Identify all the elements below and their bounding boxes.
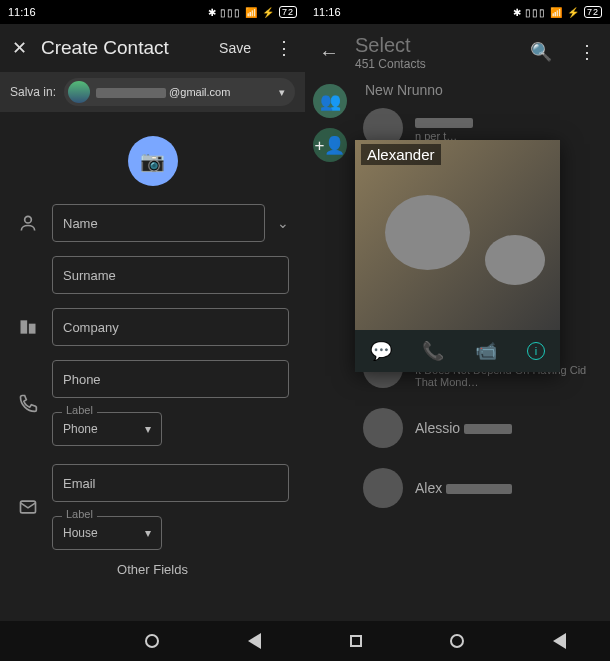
save-button[interactable]: Save bbox=[219, 40, 251, 56]
contact-list: 👥 +👤 New Nrunno n per t… Alexander Avail… bbox=[305, 80, 610, 621]
svg-point-0 bbox=[25, 216, 32, 223]
person-icon bbox=[16, 213, 40, 233]
person-add-icon: +👤 bbox=[315, 135, 346, 156]
svg-rect-2 bbox=[29, 324, 36, 334]
contact-preview-popup: Alexander 💬 📞 📹 i bbox=[355, 140, 560, 372]
dropdown-icon: ▾ bbox=[145, 526, 151, 540]
popup-contact-name: Alexander bbox=[361, 144, 441, 165]
status-time: 11:16 bbox=[8, 6, 36, 18]
camera-icon: 📷 bbox=[140, 149, 165, 173]
phone-field[interactable]: Phone bbox=[52, 360, 289, 398]
status-time: 11:16 bbox=[313, 6, 341, 18]
surname-field[interactable]: Surname bbox=[52, 256, 289, 294]
company-field[interactable]: Company bbox=[52, 308, 289, 346]
popup-action-bar: 💬 📞 📹 i bbox=[355, 330, 560, 372]
save-in-label: Salva in: bbox=[10, 85, 56, 99]
info-icon[interactable]: i bbox=[527, 342, 545, 360]
create-contact-screen: 11:16 ✱ ▯▯▯ 📶 ⚡ 72 ✕ Create Contact Save… bbox=[0, 0, 305, 661]
dropdown-icon: ▾ bbox=[145, 422, 151, 436]
nav-home-button[interactable] bbox=[141, 630, 163, 652]
photo-section: 📷 bbox=[0, 112, 305, 204]
building-icon bbox=[16, 317, 40, 337]
contact-form: Name ⌄ Surname Company Phone bbox=[0, 204, 305, 621]
email-label-caption: Label bbox=[62, 508, 97, 520]
expand-name-icon[interactable]: ⌄ bbox=[277, 215, 289, 231]
svg-rect-1 bbox=[21, 320, 28, 333]
contact-row[interactable]: Alex bbox=[355, 458, 610, 518]
phone-icon bbox=[16, 393, 40, 413]
avatar bbox=[363, 408, 403, 448]
email-label-select[interactable]: House▾ bbox=[52, 516, 162, 550]
add-photo-button[interactable]: 📷 bbox=[128, 136, 178, 186]
video-call-icon[interactable]: 📹 bbox=[475, 340, 497, 362]
status-bar: 11:16 ✱ ▯▯▯ 📶 ⚡ 72 bbox=[305, 0, 610, 24]
search-icon[interactable]: 🔍 bbox=[530, 41, 552, 63]
status-bar: 11:16 ✱ ▯▯▯ 📶 ⚡ 72 bbox=[0, 0, 305, 24]
nav-back-button[interactable] bbox=[548, 630, 570, 652]
contact-photo[interactable]: Alexander bbox=[355, 140, 560, 330]
account-email: @gmail.com bbox=[96, 86, 273, 98]
status-icons: ✱ ▯▯▯ 📶 ⚡ 72 bbox=[513, 6, 602, 18]
contact-name bbox=[415, 114, 473, 130]
select-contact-screen: 11:16 ✱ ▯▯▯ 📶 ⚡ 72 ← Select 451 Contacts… bbox=[305, 0, 610, 661]
back-arrow-icon[interactable]: ← bbox=[319, 41, 339, 64]
nav-back-button[interactable] bbox=[243, 630, 265, 652]
page-title: Create Contact bbox=[41, 37, 205, 59]
new-group-label[interactable]: New Nrunno bbox=[305, 80, 610, 98]
status-icons: ✱ ▯▯▯ 📶 ⚡ 72 bbox=[208, 6, 297, 18]
phone-label-caption: Label bbox=[62, 404, 97, 416]
contact-count: 451 Contacts bbox=[355, 57, 514, 71]
nav-home-button[interactable] bbox=[446, 630, 468, 652]
phone-label-select[interactable]: Phone▾ bbox=[52, 412, 162, 446]
overflow-menu-icon[interactable]: ⋮ bbox=[275, 37, 293, 59]
avatar bbox=[363, 468, 403, 508]
name-field[interactable]: Name bbox=[52, 204, 265, 242]
new-group-button[interactable]: 👥 bbox=[313, 84, 347, 118]
contact-name: Alex bbox=[415, 480, 512, 496]
header: ← Select 451 Contacts 🔍 ⋮ bbox=[305, 24, 610, 80]
call-icon[interactable]: 📞 bbox=[422, 340, 444, 362]
group-icon: 👥 bbox=[320, 91, 341, 112]
account-selector-bar: Salva in: @gmail.com ▾ bbox=[0, 72, 305, 112]
contact-name: Alessio bbox=[415, 420, 512, 436]
overflow-menu-icon[interactable]: ⋮ bbox=[578, 41, 596, 63]
nav-bar bbox=[305, 621, 610, 661]
chevron-down-icon: ▾ bbox=[279, 86, 285, 99]
nav-recent-button[interactable] bbox=[345, 630, 367, 652]
account-pill[interactable]: @gmail.com ▾ bbox=[64, 78, 295, 106]
close-icon[interactable]: ✕ bbox=[12, 37, 27, 59]
email-field[interactable]: Email bbox=[52, 464, 289, 502]
header: ✕ Create Contact Save ⋮ bbox=[0, 24, 305, 72]
message-icon[interactable]: 💬 bbox=[370, 340, 392, 362]
contact-row[interactable]: Alessio bbox=[355, 398, 610, 458]
avatar-icon bbox=[68, 81, 90, 103]
nav-bar bbox=[0, 621, 305, 661]
page-title: Select bbox=[355, 34, 514, 57]
other-fields-button[interactable]: Other Fields bbox=[16, 554, 289, 585]
mail-icon bbox=[16, 497, 40, 517]
new-contact-button[interactable]: +👤 bbox=[313, 128, 347, 162]
